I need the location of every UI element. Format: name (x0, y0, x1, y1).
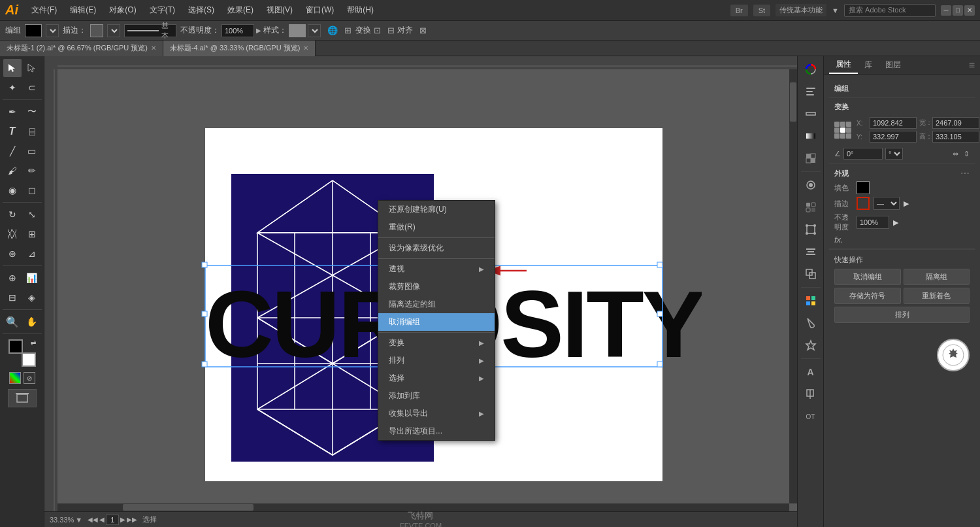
menu-type[interactable]: 文字(T) (144, 2, 180, 18)
zoom-control[interactable]: 33.33% ▼ (50, 516, 82, 524)
ctx-ungroup[interactable]: 取消编组 (378, 313, 495, 331)
fill-swatch[interactable] (857, 181, 870, 194)
panel-gradient[interactable] (800, 126, 821, 146)
tab-doc2-close[interactable]: ✕ (303, 44, 308, 52)
bridge-button[interactable]: Br (730, 5, 748, 16)
rect-tool[interactable]: ▭ (23, 142, 41, 160)
background-swatch[interactable] (22, 352, 36, 367)
prev-page-btn[interactable]: ◀◀ (88, 516, 98, 523)
ctx-crop[interactable]: 裁剪图像 (378, 278, 495, 296)
menu-help[interactable]: 帮助(H) (342, 2, 379, 18)
opacity-row-input[interactable] (857, 216, 889, 229)
toolbar-fill-select[interactable] (46, 24, 59, 37)
appearance-more[interactable]: ⋯ (960, 168, 970, 178)
touch-type-tool[interactable]: ⌸ (23, 122, 41, 141)
opacity-expand-btn[interactable]: ▶ (893, 218, 898, 227)
pen-tool[interactable]: ✒ (3, 103, 22, 121)
panel-char[interactable]: A (800, 362, 821, 382)
warp-tool[interactable]: 〷 (3, 225, 22, 243)
panel-collapse-btn[interactable]: ≡ (969, 60, 975, 71)
tab-doc1[interactable]: 未标题-1 (2).ai* @ 66.67% (RGB/GPU 预览) ✕ (0, 41, 163, 56)
ctx-pixel-optimize[interactable]: 设为像素级优化 (378, 239, 495, 257)
panel-stroke[interactable] (800, 103, 821, 124)
change-screen-mode[interactable] (8, 389, 37, 407)
direct-selection-tool[interactable] (23, 59, 41, 77)
qa-arrange-btn[interactable]: 排列 (834, 307, 970, 323)
blob-tool[interactable]: ◉ (3, 181, 22, 199)
qa-save-symbol-btn[interactable]: 存储为符号 (834, 288, 901, 304)
ctx-add-library[interactable]: 添加到库 (378, 387, 495, 405)
tab-layers[interactable]: 图层 (879, 57, 907, 73)
ctx-arrange[interactable]: 排列 ▶ (378, 352, 495, 369)
zoom-tool[interactable]: 🔍 (3, 313, 22, 331)
y-input[interactable] (870, 131, 917, 143)
workspace-selector[interactable]: 传统基本功能 (776, 4, 826, 16)
stroke-weight-select[interactable]: — (874, 197, 900, 210)
zoom-dropdown[interactable]: ▼ (75, 516, 82, 524)
ctx-collect-export[interactable]: 收集以导出 ▶ (378, 405, 495, 422)
next-page-btn2[interactable]: ▶▶ (127, 516, 137, 523)
fx-button[interactable]: fx. (834, 235, 843, 245)
magic-wand-tool[interactable]: ✦ (3, 78, 22, 97)
qa-ungroup-btn[interactable]: 取消编组 (834, 269, 901, 285)
reflect-v-btn[interactable]: ⇕ (964, 150, 970, 158)
horizontal-scroll-thumb[interactable] (123, 504, 253, 511)
toolbar-fill-swatch[interactable] (25, 24, 42, 37)
puppet-warp-tool[interactable]: ⊛ (3, 245, 22, 263)
angle-input[interactable] (843, 148, 883, 160)
distribute-icon[interactable]: ⊠ (419, 26, 427, 35)
panel-swatches[interactable] (800, 290, 821, 311)
panel-opentype[interactable]: OT (800, 406, 821, 427)
eraser-tool2[interactable]: ◈ (23, 288, 41, 307)
menu-view[interactable]: 视图(V) (261, 2, 298, 18)
selection-tool[interactable] (3, 59, 22, 77)
align-icon[interactable]: ⊟ (387, 26, 395, 35)
stock-search[interactable]: 搜索 Adobe Stock (844, 4, 936, 17)
next-page-btn[interactable]: ▶ (120, 516, 125, 523)
panel-pathfinder[interactable] (800, 264, 821, 284)
page-input[interactable] (106, 515, 119, 525)
menu-object[interactable]: 对象(O) (104, 2, 141, 18)
type-tool[interactable]: T (3, 122, 22, 141)
hand-tool[interactable]: ✋ (23, 313, 41, 331)
stock-button[interactable]: St (753, 5, 770, 16)
opacity-input[interactable] (221, 24, 254, 37)
symbol-sprayer-tool[interactable]: ⊕ (3, 269, 22, 287)
tab-properties[interactable]: 属性 (829, 56, 858, 74)
lasso-tool[interactable]: ⊂ (23, 78, 41, 97)
panel-transparency[interactable] (800, 148, 821, 169)
minimize-button[interactable]: ─ (941, 5, 951, 16)
vertical-scroll-thumb[interactable] (790, 82, 796, 122)
line-tool[interactable]: ╱ (3, 142, 22, 160)
free-transform-tool[interactable]: ⊞ (23, 225, 41, 243)
prev-page-btn2[interactable]: ◀ (99, 516, 105, 523)
opacity-expand[interactable]: ▶ (256, 27, 261, 34)
menu-edit[interactable]: 编辑(E) (65, 2, 101, 18)
scale-tool[interactable]: ⤡ (23, 205, 41, 224)
no-fill-button[interactable]: ⊘ (24, 372, 35, 384)
slice-tool[interactable]: ⊟ (3, 288, 22, 307)
ctx-perspective[interactable]: 透视 ▶ (378, 260, 495, 278)
panel-brush[interactable] (800, 313, 821, 333)
style-swatch[interactable] (289, 24, 306, 37)
ctx-isolate-group[interactable]: 隔离选定的组 (378, 296, 495, 313)
vertical-scrollbar[interactable] (789, 69, 797, 503)
reflect-h-btn[interactable]: ⇔ (953, 150, 958, 158)
panel-transform[interactable] (800, 219, 821, 240)
ctx-undo[interactable]: 还原创建轮廓(U) (378, 201, 495, 218)
panel-symbol[interactable] (800, 335, 821, 356)
canvas-area[interactable]: CURIOSITY (44, 56, 797, 527)
perspective-tool[interactable]: ⊿ (23, 245, 41, 263)
globe-icon[interactable]: 🌐 (327, 26, 338, 35)
curvature-tool[interactable]: 〜 (23, 103, 41, 121)
panel-color[interactable] (800, 59, 821, 80)
panel-paragraph[interactable] (800, 384, 821, 405)
ctx-export-selected[interactable]: 导出所选项目... (378, 422, 495, 440)
transform-icon[interactable]: ⊡ (374, 26, 381, 35)
tab-doc1-close[interactable]: ✕ (151, 44, 156, 52)
canvas-scroll[interactable]: CURIOSITY (57, 69, 797, 527)
color-mode-fill[interactable] (9, 372, 21, 384)
menu-file[interactable]: 文件(F) (26, 2, 62, 18)
grid-icon[interactable]: ⊞ (344, 26, 351, 35)
stroke-expand[interactable]: ▶ (904, 199, 909, 208)
